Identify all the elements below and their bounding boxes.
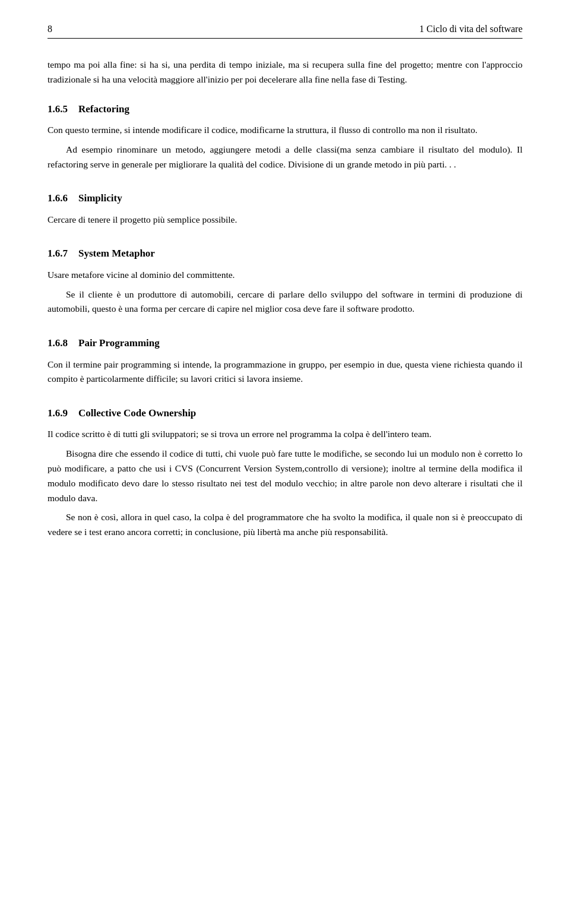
section-165-para-1: Con questo termine, si intende modificar…: [48, 123, 522, 138]
section-166-para-1: Cercare di tenere il progetto più sempli…: [48, 213, 522, 227]
section-168-heading: 1.6.8 Pair Programming: [48, 336, 522, 351]
section-169-number: 1.6.9: [48, 406, 68, 421]
page-header: 8 1 Ciclo di vita del software: [48, 24, 522, 39]
section-165-number: 1.6.5: [48, 102, 68, 117]
section-169-para-3: Se non è così, allora in quel caso, la c…: [48, 510, 522, 540]
section-168-title: Pair Programming: [78, 336, 160, 351]
page-number: 8: [48, 24, 52, 34]
section-168-number: 1.6.8: [48, 336, 68, 351]
section-166-title: Simplicity: [78, 191, 122, 206]
section-169-heading: 1.6.9 Collective Code Ownership: [48, 406, 522, 421]
intro-paragraph: tempo ma poi alla fine: si ha si, una pe…: [48, 58, 522, 87]
section-169-para-2: Bisogna dire che essendo il codice di tu…: [48, 447, 522, 505]
section-166-number: 1.6.6: [48, 191, 68, 206]
section-165-title: Refactoring: [78, 102, 129, 117]
section-166-heading: 1.6.6 Simplicity: [48, 191, 522, 206]
section-167-title: System Metaphor: [78, 246, 155, 261]
content: tempo ma poi alla fine: si ha si, una pe…: [48, 58, 522, 540]
section-165-heading: 1.6.5 Refactoring: [48, 102, 522, 117]
section-167-para-2: Se il cliente è un produttore di automob…: [48, 287, 522, 317]
section-167-heading: 1.6.7 System Metaphor: [48, 246, 522, 261]
section-165-para-2: Ad esempio rinominare un metodo, aggiung…: [48, 143, 522, 172]
section-167-number: 1.6.7: [48, 246, 68, 261]
section-168-para-1: Con il termine pair programming si inten…: [48, 357, 522, 387]
page: 8 1 Ciclo di vita del software tempo ma …: [0, 0, 570, 924]
section-169-title: Collective Code Ownership: [78, 406, 196, 421]
section-167-para-1: Usare metafore vicine al dominio del com…: [48, 268, 522, 283]
section-169-para-1: Il codice scritto è di tutti gli svilupp…: [48, 427, 522, 442]
chapter-title: 1 Ciclo di vita del software: [419, 24, 522, 34]
